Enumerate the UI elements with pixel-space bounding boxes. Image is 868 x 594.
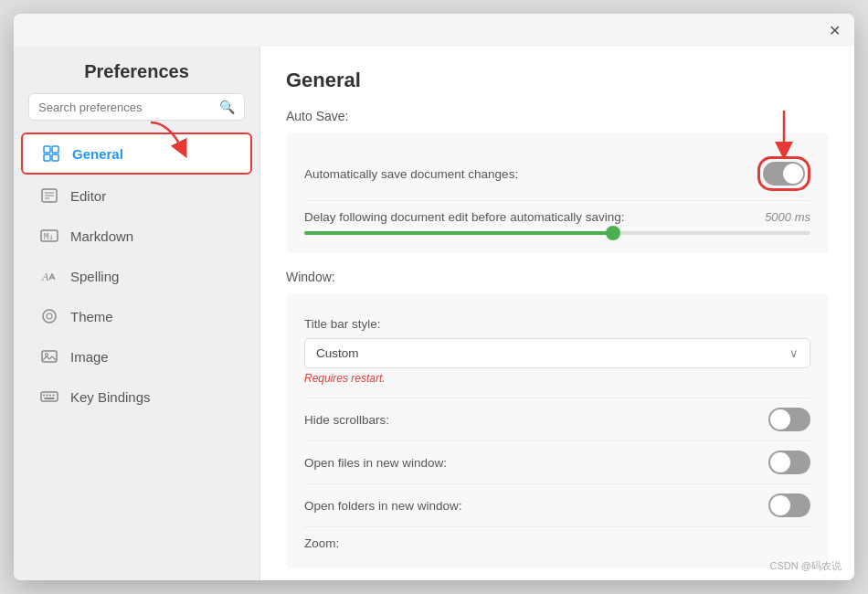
page-title: General <box>286 69 829 92</box>
delay-row: Delay following document edit before aut… <box>304 201 810 239</box>
zoom-label: Zoom: <box>304 536 339 550</box>
title-bar: ✕ <box>14 14 854 47</box>
hide-scrollbars-row: Hide scrollbars: <box>304 398 810 441</box>
sidebar-item-keybindings-label: Key Bindings <box>70 389 151 405</box>
svg-rect-20 <box>53 395 55 397</box>
delay-value: 5000 ms <box>765 210 810 224</box>
svg-point-15 <box>46 354 48 356</box>
delay-label: Delay following document edit before aut… <box>304 210 624 224</box>
dialog-content: Preferences 🔍 General <box>14 47 854 580</box>
sidebar-item-editor-label: Editor <box>70 188 106 204</box>
watermark: CSDN @码农说 <box>770 559 842 573</box>
svg-rect-3 <box>52 154 58 161</box>
svg-rect-21 <box>45 398 55 399</box>
sidebar-item-theme[interactable]: Theme <box>21 297 252 335</box>
sidebar-item-image-label: Image <box>70 349 109 365</box>
svg-text:M↓: M↓ <box>44 232 54 241</box>
sidebar-item-general[interactable]: General <box>21 133 252 175</box>
grid-icon <box>41 143 61 164</box>
toggle-knob <box>783 164 803 184</box>
close-button[interactable]: ✕ <box>825 21 843 39</box>
sidebar-item-spelling[interactable]: A Spelling <box>21 257 252 295</box>
sidebar-item-editor[interactable]: Editor <box>21 176 252 215</box>
hide-scrollbars-knob <box>770 409 790 430</box>
sidebar-item-spelling-label: Spelling <box>70 269 119 284</box>
edit-icon <box>39 186 59 206</box>
auto-save-setting-label: Automatically save document changes: <box>304 167 518 181</box>
title-bar-row: Title bar style: Custom ∨ Requires resta… <box>304 308 810 398</box>
auto-save-card: Automatically save document changes: <box>286 133 829 253</box>
sidebar: Preferences 🔍 General <box>14 47 260 580</box>
svg-rect-0 <box>44 146 50 153</box>
open-files-row: Open files in new window: <box>304 441 810 484</box>
open-folders-label: Open folders in new window: <box>304 499 462 513</box>
svg-rect-16 <box>41 392 58 401</box>
svg-point-12 <box>43 310 56 323</box>
hide-scrollbars-label: Hide scrollbars: <box>304 413 389 427</box>
open-files-toggle[interactable] <box>768 451 810 474</box>
search-icon: 🔍 <box>219 100 235 114</box>
hide-scrollbars-toggle[interactable] <box>768 408 810 431</box>
preferences-dialog: ✕ Preferences 🔍 General <box>14 14 854 580</box>
keyboard-icon <box>39 387 59 407</box>
svg-rect-1 <box>52 146 58 153</box>
spelling-icon: A <box>39 266 59 286</box>
title-bar-dropdown[interactable]: Custom ∨ <box>304 338 810 368</box>
restart-note: Requires restart. <box>304 372 386 385</box>
svg-rect-17 <box>43 395 45 397</box>
svg-text:A: A <box>41 270 49 283</box>
sidebar-title: Preferences <box>14 47 259 93</box>
search-input[interactable] <box>38 101 219 114</box>
chevron-down-icon: ∨ <box>789 346 799 360</box>
sidebar-item-general-label: General <box>72 146 123 162</box>
slider-thumb[interactable] <box>606 226 620 240</box>
markdown-icon: M↓ <box>39 226 59 246</box>
annotation-arrow <box>142 118 196 164</box>
title-bar-selected: Custom <box>316 346 359 360</box>
toggle-arrow <box>766 109 802 159</box>
theme-icon <box>39 306 59 326</box>
auto-save-row: Automatically save document changes: <box>304 147 810 201</box>
window-card: Title bar style: Custom ∨ Requires resta… <box>286 293 829 568</box>
zoom-row: Zoom: <box>304 527 810 554</box>
main-content: General Auto Save: Automatically save do… <box>260 47 854 580</box>
sidebar-item-markdown-label: Markdown <box>70 228 133 244</box>
auto-save-toggle-highlight <box>757 156 810 191</box>
search-box[interactable]: 🔍 <box>28 93 245 121</box>
svg-rect-2 <box>44 154 50 161</box>
open-files-label: Open files in new window: <box>304 456 447 470</box>
sidebar-item-keybindings[interactable]: Key Bindings <box>21 377 252 416</box>
svg-rect-14 <box>42 351 57 362</box>
open-folders-knob <box>770 495 790 515</box>
auto-save-toggle-wrapper <box>757 156 810 191</box>
sidebar-item-image[interactable]: Image <box>21 337 252 376</box>
auto-save-label: Auto Save: <box>286 109 829 123</box>
image-icon <box>39 346 59 366</box>
open-files-knob <box>770 452 790 472</box>
svg-point-13 <box>47 313 52 319</box>
title-bar-style-label: Title bar style: <box>304 317 381 331</box>
slider-track[interactable] <box>304 231 810 235</box>
open-folders-row: Open folders in new window: <box>304 484 810 527</box>
open-folders-toggle[interactable] <box>768 493 810 517</box>
sidebar-item-theme-label: Theme <box>70 309 113 324</box>
sidebar-item-markdown[interactable]: M↓ Markdown <box>21 217 252 255</box>
svg-rect-19 <box>49 395 51 397</box>
auto-save-toggle[interactable] <box>763 162 805 186</box>
window-label: Window: <box>286 270 829 284</box>
svg-rect-18 <box>47 395 48 397</box>
slider-fill <box>304 231 618 235</box>
